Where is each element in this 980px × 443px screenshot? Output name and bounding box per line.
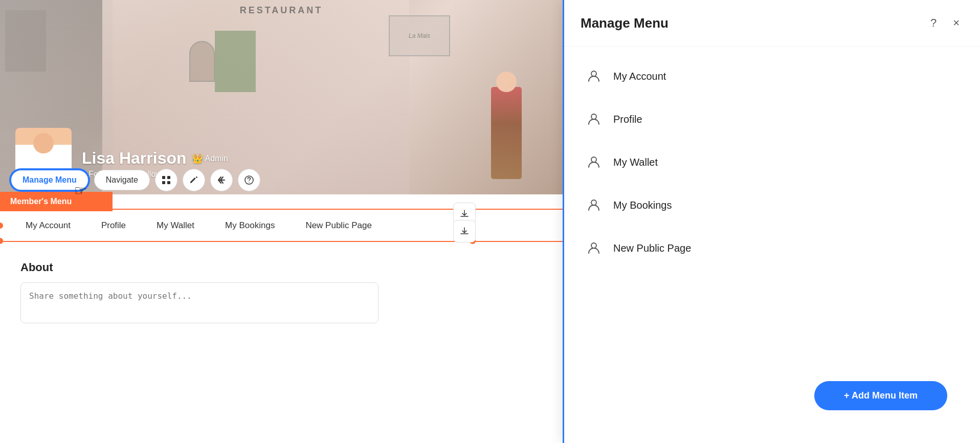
panel-footer: + Add Menu Item: [564, 371, 980, 443]
grid-icon: [161, 175, 171, 185]
panel-help-button[interactable]: ?: [926, 14, 941, 32]
profile-icon: [585, 110, 603, 128]
menu-item-profile[interactable]: Profile: [564, 98, 980, 141]
nav-tab-my-wallet[interactable]: My Wallet: [141, 212, 210, 239]
nav-tabs-area: My Account Profile My Wallet My Bookings…: [0, 209, 563, 242]
crown-icon: 👑: [192, 153, 203, 164]
menu-item-my-wallet[interactable]: My Wallet: [564, 141, 980, 184]
panel-header-icons: ? ×: [926, 14, 964, 32]
about-input[interactable]: [20, 282, 378, 323]
my-account-icon: [585, 67, 603, 85]
download-icon-top: [459, 209, 470, 219]
panel-header: Manage Menu ? ×: [564, 0, 980, 47]
shutters: [215, 31, 256, 92]
cursor-hand-icon: ☞: [74, 182, 87, 199]
svg-point-8: [591, 157, 596, 162]
menu-item-my-bookings[interactable]: My Bookings: [564, 184, 980, 227]
svg-point-9: [591, 200, 596, 205]
question-mark-icon: [244, 175, 254, 185]
svg-point-7: [591, 114, 596, 119]
my-wallet-icon: [585, 153, 603, 171]
menu-item-new-public-page[interactable]: New Public Page: [564, 227, 980, 270]
la-maison-sign: La Mais: [389, 15, 450, 56]
svg-rect-0: [162, 176, 165, 179]
my-bookings-icon: [585, 196, 603, 214]
restaurant-sign: RESTAURANT: [240, 5, 323, 16]
navigate-button[interactable]: Navigate: [94, 170, 150, 190]
grid-icon-button[interactable]: [155, 169, 177, 191]
new-public-page-icon: [585, 239, 603, 257]
profile-label: Profile: [613, 114, 642, 125]
help-icon-button[interactable]: [238, 169, 260, 191]
nav-tab-my-account[interactable]: My Account: [10, 212, 86, 239]
new-public-page-label: New Public Page: [613, 242, 691, 254]
orange-dot-bottom-left: [0, 238, 3, 244]
svg-point-5: [249, 182, 250, 183]
members-menu-label: Member's Menu: [10, 197, 72, 206]
window: [189, 41, 215, 82]
nav-tab-profile[interactable]: Profile: [86, 212, 141, 239]
svg-rect-2: [162, 181, 165, 184]
download-icon-bottom: [459, 226, 470, 236]
nav-tab-new-public-page[interactable]: New Public Page: [290, 212, 387, 239]
download-button-bottom[interactable]: [453, 220, 476, 242]
svg-rect-1: [167, 176, 170, 179]
back-icon: [216, 175, 227, 185]
my-bookings-label: My Bookings: [613, 200, 672, 211]
toolbar: Manage Menu Navigate: [10, 169, 260, 191]
add-menu-item-button[interactable]: + Add Menu Item: [814, 381, 947, 410]
panel-close-button[interactable]: ×: [949, 14, 964, 32]
cover-photo: La Mais RESTAURANT Lisa Harrison 👑 Admin: [0, 0, 563, 194]
main-area: La Mais RESTAURANT Lisa Harrison 👑 Admin: [0, 0, 563, 443]
about-section: About: [20, 261, 542, 325]
svg-point-6: [591, 71, 596, 76]
my-wallet-label: My Wallet: [613, 157, 658, 168]
orange-dot-left: [0, 223, 3, 229]
svg-point-10: [591, 243, 596, 248]
my-account-label: My Account: [613, 71, 666, 82]
menu-item-my-account[interactable]: My Account: [564, 55, 980, 98]
panel-title: Manage Menu: [581, 15, 669, 31]
nav-tab-my-bookings[interactable]: My Bookings: [210, 212, 290, 239]
members-menu-bar[interactable]: Member's Menu: [0, 192, 113, 211]
menu-items-list: My Account Profile My Wallet: [564, 47, 980, 371]
name-text: Lisa Harrison: [82, 149, 187, 168]
pencil-icon: [189, 175, 199, 185]
back-icon-button[interactable]: [210, 169, 233, 191]
about-title: About: [20, 261, 542, 274]
profile-name: Lisa Harrison 👑 Admin: [82, 149, 228, 168]
admin-badge: 👑 Admin: [192, 153, 228, 164]
manage-menu-panel: Manage Menu ? × My Account: [563, 0, 980, 443]
admin-label: Admin: [205, 154, 228, 163]
svg-rect-3: [167, 181, 170, 184]
edit-icon-button[interactable]: [183, 169, 205, 191]
